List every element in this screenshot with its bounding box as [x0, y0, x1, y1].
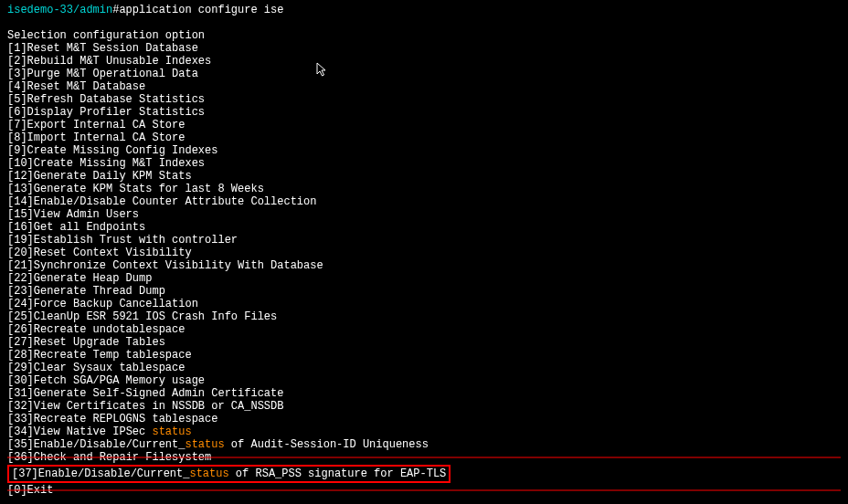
option-20[interactable]: [20]Reset Context Visibility: [7, 247, 841, 259]
option-3[interactable]: [3]Purge M&T Operational Data: [7, 68, 841, 80]
option-35[interactable]: [35]Enable/Disable/Current_status of Aud…: [7, 438, 841, 451]
option-23[interactable]: [23]Generate Thread Dump: [7, 285, 841, 298]
selection-heading: Selection configuration option: [7, 29, 841, 42]
status-text: status: [185, 438, 224, 451]
option-19[interactable]: [19]Establish Trust with controller: [7, 234, 841, 247]
prompt-command[interactable]: application configure ise: [119, 4, 283, 16]
option-12[interactable]: [12]Generate Daily KPM Stats: [7, 170, 841, 183]
terminal-prompt-line: isedemo-33/admin#application configure i…: [7, 4, 841, 16]
option-33[interactable]: [33]Recreate REPLOGNS tablespace: [7, 413, 841, 425]
option-32[interactable]: [32]View Certificates in NSSDB or CA_NSS…: [7, 400, 841, 413]
status-text: status: [189, 467, 228, 480]
option-31[interactable]: [31]Generate Self-Signed Admin Certifica…: [7, 387, 841, 400]
prompt-prefix: isedemo-33/admin: [7, 4, 112, 16]
option-15[interactable]: [15]View Admin Users: [7, 208, 841, 221]
option-26[interactable]: [26]Recreate undotablespace: [7, 323, 841, 336]
option-0-struck: [0]Exit: [7, 484, 841, 497]
option-22[interactable]: [22]Generate Heap Dump: [7, 272, 841, 285]
strike-section-2: [0]Exit: [7, 484, 841, 497]
option-37-highlighted[interactable]: [37]Enable/Disable/Current_status of RSA…: [7, 465, 450, 483]
option-8[interactable]: [8]Import Internal CA Store: [7, 131, 841, 144]
option-24[interactable]: [24]Force Backup Cancellation: [7, 298, 841, 310]
option-28[interactable]: [28]Recreate Temp tablespace: [7, 349, 841, 362]
option-30[interactable]: [30]Fetch SGA/PGA Memory usage: [7, 374, 841, 387]
option-36-struck: [36]Check and Repair Filesystem: [7, 451, 841, 464]
status-text: status: [152, 425, 191, 438]
option-9[interactable]: [9]Create Missing Config Indexes: [7, 144, 841, 157]
option-21[interactable]: [21]Synchronize Context Visibility With …: [7, 259, 841, 272]
blank-line: [7, 16, 841, 29]
highlighted-option-wrapper: [37]Enable/Disable/Current_status of RSA…: [7, 464, 841, 484]
option-1[interactable]: [1]Reset M&T Session Database: [7, 42, 841, 55]
option-4[interactable]: [4]Reset M&T Database: [7, 80, 841, 93]
option-5[interactable]: [5]Refresh Database Statistics: [7, 93, 841, 106]
option-7[interactable]: [7]Export Internal CA Store: [7, 119, 841, 131]
option-14[interactable]: [14]Enable/Disable Counter Attribute Col…: [7, 195, 841, 208]
option-2[interactable]: [2]Rebuild M&T Unusable Indexes: [7, 55, 841, 68]
options-container: [1]Reset M&T Session Database[2]Rebuild …: [7, 42, 841, 425]
option-29[interactable]: [29]Clear Sysaux tablespace: [7, 362, 841, 374]
strike-section: [36]Check and Repair Filesystem: [7, 451, 841, 464]
option-25[interactable]: [25]CleanUp ESR 5921 IOS Crash Info File…: [7, 310, 841, 323]
option-10[interactable]: [10]Create Missing M&T Indexes: [7, 157, 841, 170]
option-16[interactable]: [16]Get all Endpoints: [7, 221, 841, 234]
option-6[interactable]: [6]Display Profiler Statistics: [7, 106, 841, 119]
option-13[interactable]: [13]Generate KPM Stats for last 8 Weeks: [7, 183, 841, 195]
option-27[interactable]: [27]Reset Upgrade Tables: [7, 336, 841, 349]
option-34[interactable]: [34]View Native IPSec status: [7, 425, 841, 438]
